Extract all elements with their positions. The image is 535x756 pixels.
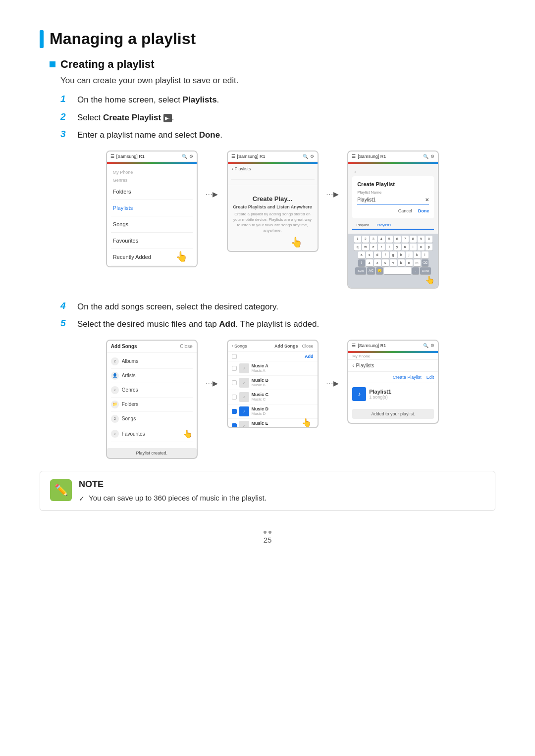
kb-y[interactable]: y [394,244,401,251]
create-playlist-btn-label[interactable]: Create Play... [232,195,314,202]
search-icon-2: 🔍 [303,154,308,159]
note-item-1: ✓ You can save up to 360 pieces of music… [79,494,485,503]
phone1-folders[interactable]: Folders [111,184,193,200]
playlist-name-input[interactable]: Playlist1 ✕ [357,196,429,204]
kb-backspace[interactable]: ⌫ [422,259,428,266]
edit-action[interactable]: Edit [427,375,434,380]
kb-3[interactable]: 3 [370,236,377,243]
result-my-phone: My Phone [348,353,438,360]
kb-1[interactable]: 1 [354,236,361,243]
song-b-thumb: ♪ [239,378,249,388]
song-c-checkbox[interactable] [232,395,237,400]
kb-j[interactable]: j [406,252,413,258]
kb-sym[interactable]: Sym [355,267,366,274]
select-all-checkbox[interactable] [232,354,237,359]
kb-p[interactable]: p [426,244,432,251]
kb-v[interactable]: v [390,259,397,266]
phone1-favourites[interactable]: Favourites [111,233,193,249]
step-3-text: Enter a playlist name and select Done. [77,129,222,142]
kb-l[interactable]: l [422,252,428,258]
add-btn[interactable]: Add [305,354,314,359]
tab-playlist1[interactable]: Playlist1 [373,221,396,230]
add-songs-folders[interactable]: 📁 Folders [111,398,193,412]
kb-d[interactable]: d [374,252,381,258]
add-songs-albums[interactable]: 2 Albums [111,354,193,369]
kb-x[interactable]: x [374,259,381,266]
kb-e[interactable]: e [370,244,377,251]
done-button[interactable]: Done [418,208,429,213]
create-playlist-action[interactable]: Create Playlist [393,375,422,380]
back-icon-2: ‹ [232,166,233,171]
add-songs-favourites[interactable]: ♪ Favourites 👆 [111,426,193,442]
kb-z[interactable]: z [366,259,373,266]
song-c-name: Music C [252,392,314,397]
step-2-num: 2 [60,111,71,122]
kb-comma[interactable]: , [412,267,419,274]
song-row-c: ♪ Music C Music C [228,390,318,404]
arrow-1: ···▶ [206,151,219,198]
kb-w[interactable]: w [362,244,369,251]
kb-8[interactable]: 8 [410,236,417,243]
kb-0[interactable]: 0 [426,236,432,243]
hamburger-icon: ☰ [110,154,114,159]
arrow-4: ···▶ [326,340,340,387]
add-songs-genres[interactable]: ♪ Genres [111,383,193,398]
phone1-songs[interactable]: Songs [111,216,193,233]
kb-c[interactable]: c [382,259,389,266]
song-a-checkbox[interactable] [232,366,237,371]
kb-9[interactable]: 9 [418,236,425,243]
folders-icon: 📁 [111,401,119,408]
kb-2[interactable]: 2 [362,236,369,243]
kb-7[interactable]: 7 [402,236,409,243]
song-c-thumb: ♪ [239,392,249,402]
kb-shift[interactable]: ⇧ [358,259,365,266]
kb-i[interactable]: i [410,244,417,251]
sub-section-desc: You can create your own playlist to save… [60,76,495,86]
result-playlist-item[interactable]: ♪ Playlist1 1 song(s) [348,383,438,405]
cancel-button[interactable]: Cancel [398,208,412,213]
add-songs-close-1[interactable]: Close [180,344,193,349]
steps-list: 1 On the home screen, select Playlists. … [60,94,495,142]
kb-n[interactable]: n [406,259,413,266]
kb-o[interactable]: o [418,244,425,251]
phone1-playlists[interactable]: Playlists [111,200,193,216]
phone2-header: ☰ [Samsung] R1 🔍 ⚙ [228,151,318,162]
kb-f[interactable]: f [382,252,389,258]
phone1-genres-label: Genres [111,176,193,184]
kb-6[interactable]: 6 [394,236,401,243]
songs-close-btn[interactable]: Close [302,344,313,349]
kb-5[interactable]: 5 [386,236,393,243]
kb-s[interactable]: s [366,252,373,258]
kb-h[interactable]: h [398,252,405,258]
kb-b[interactable]: b [398,259,405,266]
song-b-checkbox[interactable] [232,380,237,385]
kb-emoji[interactable]: 🙂 [376,267,383,274]
kb-r[interactable]: r [378,244,385,251]
kb-k[interactable]: k [414,252,421,258]
clear-icon[interactable]: ✕ [425,197,429,202]
add-songs-songs[interactable]: 2 Songs [111,412,193,426]
tab-playlist[interactable]: Playlist [352,221,373,229]
song-d-checkbox[interactable] [232,409,237,414]
phone2-nav: ‹ Playlists [228,164,318,174]
kb-q[interactable]: q [354,244,361,251]
kb-ac[interactable]: AC [367,267,375,274]
arrow-3: ···▶ [206,340,219,387]
add-songs-artists[interactable]: 👤 Artists [111,369,193,383]
kb-u[interactable]: u [402,244,409,251]
kb-m[interactable]: m [414,259,421,266]
kb-a[interactable]: a [358,252,365,258]
section-header: Managing a playlist [40,30,495,48]
kb-4[interactable]: 4 [378,236,385,243]
kb-g[interactable]: g [390,252,397,258]
phone2-icons: 🔍 ⚙ [303,154,314,159]
kb-t[interactable]: t [386,244,393,251]
dialog-title: Create Playlist [357,181,429,187]
phone2-divider [228,174,318,185]
kb-space[interactable] [384,267,411,274]
keyboard: 1 2 3 4 5 6 7 8 9 0 q w e r t y [348,234,438,288]
playlist-name-label: Playlist Name [357,190,429,195]
kb-done[interactable]: Done [420,267,431,274]
add-songs-title-1: Add Songs [111,344,137,349]
add-songs-list-1: 2 Albums 👤 Artists ♪ Genres 📁 Folders 2 [107,353,197,444]
